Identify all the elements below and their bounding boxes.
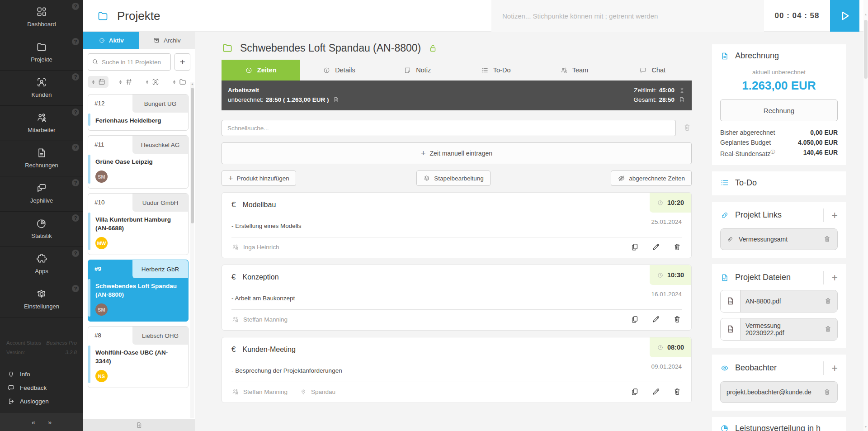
delete-entry-button[interactable]: [673, 242, 682, 252]
sidebar-item-statistik[interactable]: Statistik ?: [0, 212, 83, 247]
edit-entry-button[interactable]: [651, 314, 660, 325]
scroll-up-icon[interactable]: ▲: [190, 82, 194, 85]
help-icon[interactable]: ?: [72, 38, 79, 45]
scrollbar-thumb[interactable]: [864, 20, 868, 79]
page-scrollbar[interactable]: ▲ ▼: [863, 0, 868, 431]
edit-entry-button[interactable]: [651, 386, 660, 397]
tab-archiv[interactable]: Archiv: [139, 32, 195, 49]
invoice-document-icon: [720, 52, 729, 61]
delete-file-button[interactable]: [824, 296, 832, 306]
watcher-item[interactable]: projekt.beobachter@kunde.de: [720, 381, 838, 403]
batch-edit-button[interactable]: Stapelbearbeitung: [416, 171, 491, 186]
tab-notiz[interactable]: Notiz: [378, 60, 457, 81]
create-invoice-button[interactable]: Rechnung: [720, 99, 838, 121]
tab-zeiten[interactable]: Zeiten: [222, 60, 300, 81]
delete-watcher-button[interactable]: [823, 387, 831, 397]
sort-by-date[interactable]: [88, 76, 108, 88]
project-card[interactable]: #8 Liebsch OHG Wohlfühl-Oase UBC (AN-334…: [88, 326, 189, 388]
quick-search-input[interactable]: [222, 120, 676, 136]
add-watcher-button[interactable]: +: [832, 364, 838, 373]
todo-section[interactable]: To-Do: [712, 171, 846, 195]
delete-entry-button[interactable]: [673, 386, 682, 397]
help-icon[interactable]: ?: [72, 179, 79, 186]
add-project-button[interactable]: +: [175, 53, 190, 71]
duration-badge: 10:20: [650, 193, 691, 213]
sidebar-item-rechnungen[interactable]: Rechnungen ?: [0, 141, 83, 176]
timer-notes-input[interactable]: [491, 0, 764, 32]
edit-entry-button[interactable]: [651, 242, 660, 252]
scrollbar-thumb[interactable]: [191, 88, 194, 223]
delete-entry-button[interactable]: [673, 314, 682, 325]
project-card[interactable]: #11 Heuschkel AG Grüne Oase Leipzig SM: [88, 135, 189, 189]
help-icon[interactable]: ?: [72, 144, 79, 151]
project-link-item[interactable]: Vermessungsamt: [720, 228, 838, 250]
project-links-section: Projekt Links + Vermessungsamt: [712, 202, 846, 258]
pdf-export-icon[interactable]: [679, 96, 685, 103]
billed-times-button[interactable]: abgerechnete Zeiten: [611, 171, 692, 186]
collapse-right-icon[interactable]: »: [48, 418, 52, 426]
person-scan-icon: [36, 76, 47, 88]
pencil-icon: [651, 242, 660, 251]
clear-search-trash-icon[interactable]: [683, 123, 692, 132]
help-icon[interactable]: ?: [72, 109, 79, 116]
top-bar: Projekte 00 : 04 : 58: [83, 0, 868, 32]
delete-file-button[interactable]: [824, 324, 832, 334]
sort-by-client[interactable]: [142, 76, 162, 88]
help-icon[interactable]: ?: [72, 250, 79, 257]
add-link-button[interactable]: +: [832, 211, 838, 220]
add-time-button[interactable]: + Zeit manuell eintragen: [222, 142, 692, 164]
sort-by-number[interactable]: [115, 76, 136, 88]
sidebar-item-apps[interactable]: Apps ?: [0, 247, 83, 282]
play-icon: [838, 9, 852, 23]
tab-aktiv[interactable]: Aktiv: [83, 32, 139, 49]
tab-chat[interactable]: Chat: [613, 60, 692, 81]
scroll-up-icon[interactable]: ▲: [863, 13, 868, 16]
project-file-item[interactable]: AN-8800.pdf: [720, 290, 838, 313]
help-icon[interactable]: ?: [72, 73, 79, 81]
project-card-selected[interactable]: #9 Herbertz GbR Schwebendes Loft Spandau…: [88, 260, 189, 322]
help-icon[interactable]: ?: [72, 285, 79, 292]
tab-todo[interactable]: To-Do: [457, 60, 535, 81]
app-window: Dashboard ? Projekte ? Kunden ? Mitarbei…: [0, 0, 868, 431]
add-file-button[interactable]: +: [832, 273, 838, 282]
sidebar-item-mitarbeiter[interactable]: Mitarbeiter ?: [0, 106, 83, 141]
sidebar-info-link[interactable]: Info: [7, 367, 79, 381]
info-icon[interactable]: ⓘ: [770, 149, 775, 154]
sidebar-item-dashboard[interactable]: Dashboard ?: [0, 0, 83, 35]
copy-entry-button[interactable]: [630, 242, 639, 252]
sidebar-item-kunden[interactable]: Kunden ?: [0, 71, 83, 106]
help-icon[interactable]: ?: [72, 3, 79, 10]
eye-icon: [720, 364, 729, 373]
scroll-down-icon[interactable]: ▼: [863, 425, 868, 428]
location-pin-icon: [300, 388, 307, 395]
copy-entry-button[interactable]: [630, 314, 639, 325]
document-icon[interactable]: [333, 96, 340, 103]
sort-by-project[interactable]: [169, 76, 189, 88]
tab-team[interactable]: Team: [535, 60, 613, 81]
sidebar-item-jephilive[interactable]: Jephilive ?: [0, 176, 83, 212]
sidebar-feedback-link[interactable]: Feedback: [7, 381, 79, 394]
copy-entry-button[interactable]: [630, 386, 639, 397]
pdf-file-icon: [726, 296, 735, 306]
tab-details[interactable]: Details: [300, 60, 378, 81]
project-card[interactable]: #10 Uudur GmbH Villa Kunterbunt Hamburg …: [88, 193, 189, 255]
project-list-scrollbar[interactable]: ▲: [190, 82, 194, 418]
sidebar-item-projekte[interactable]: Projekte ?: [0, 35, 83, 71]
help-icon[interactable]: ?: [72, 214, 79, 222]
lock-open-icon[interactable]: [428, 43, 438, 53]
collapse-left-icon[interactable]: «: [32, 418, 35, 426]
delete-link-button[interactable]: [823, 234, 831, 244]
sidebar-item-einstellungen[interactable]: Einstellungen ?: [0, 282, 83, 317]
add-product-button[interactable]: + Produkt hinzufügen: [222, 171, 296, 186]
timer-play-button[interactable]: [830, 0, 859, 32]
hash-icon: [125, 78, 133, 86]
sidebar-logout-link[interactable]: Ausloggen: [7, 394, 79, 408]
trash-icon: [824, 325, 832, 333]
logout-icon: [7, 398, 15, 405]
project-search-input[interactable]: [88, 53, 171, 71]
project-card[interactable]: #12 Bungert UG Ferienhaus Heidelberg: [88, 94, 189, 131]
entry-note: - Arbeit am Baukonzept: [231, 295, 295, 302]
project-file-item[interactable]: Vermessung 20230922.pdf: [720, 318, 838, 341]
file-import-icon[interactable]: [136, 422, 143, 429]
folder-icon: [97, 10, 109, 22]
